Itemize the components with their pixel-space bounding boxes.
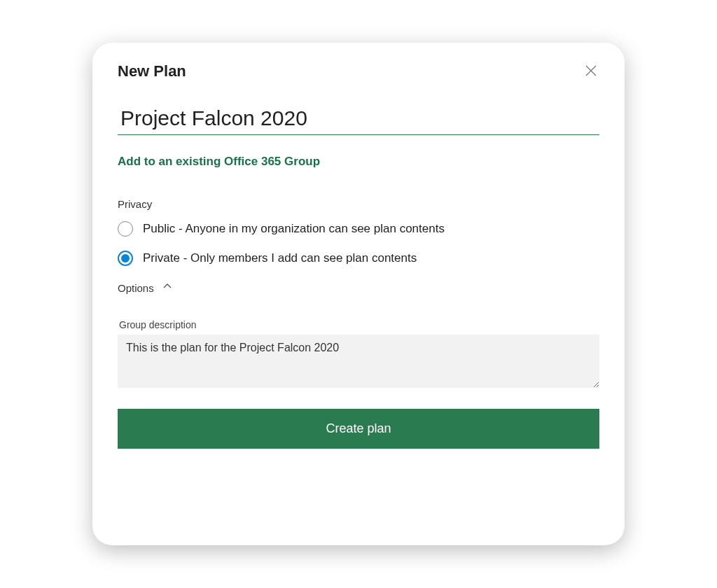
dialog-body: Add to an existing Office 365 Group Priv…: [92, 87, 625, 545]
dialog-title: New Plan: [118, 62, 186, 80]
privacy-label: Privacy: [118, 198, 599, 210]
add-existing-group-link[interactable]: Add to an existing Office 365 Group: [118, 155, 320, 169]
privacy-option-private[interactable]: Private - Only members I add can see pla…: [118, 251, 599, 266]
radio-icon: [118, 221, 133, 237]
options-toggle-label: Options: [118, 282, 154, 294]
privacy-option-label: Public - Anyone in my organization can s…: [143, 222, 445, 236]
radio-icon: [118, 251, 133, 266]
plan-name-input[interactable]: [118, 99, 599, 135]
footer-spacer: [118, 449, 599, 475]
options-toggle[interactable]: Options: [118, 281, 599, 294]
description-label: Group description: [118, 319, 599, 330]
create-plan-button[interactable]: Create plan: [118, 409, 599, 449]
close-icon: [585, 65, 597, 78]
group-description-textarea[interactable]: This is the plan for the Project Falcon …: [118, 335, 599, 388]
dialog-header: New Plan: [92, 43, 625, 87]
chevron-up-icon: [162, 281, 172, 294]
privacy-option-public[interactable]: Public - Anyone in my organization can s…: [118, 221, 599, 237]
new-plan-dialog: New Plan Add to an existing Office 365 G…: [92, 43, 625, 545]
close-button[interactable]: [583, 62, 599, 81]
privacy-option-label: Private - Only members I add can see pla…: [143, 251, 417, 265]
description-section: Group description This is the plan for t…: [118, 319, 599, 391]
privacy-section: Privacy Public - Anyone in my organizati…: [118, 198, 599, 266]
